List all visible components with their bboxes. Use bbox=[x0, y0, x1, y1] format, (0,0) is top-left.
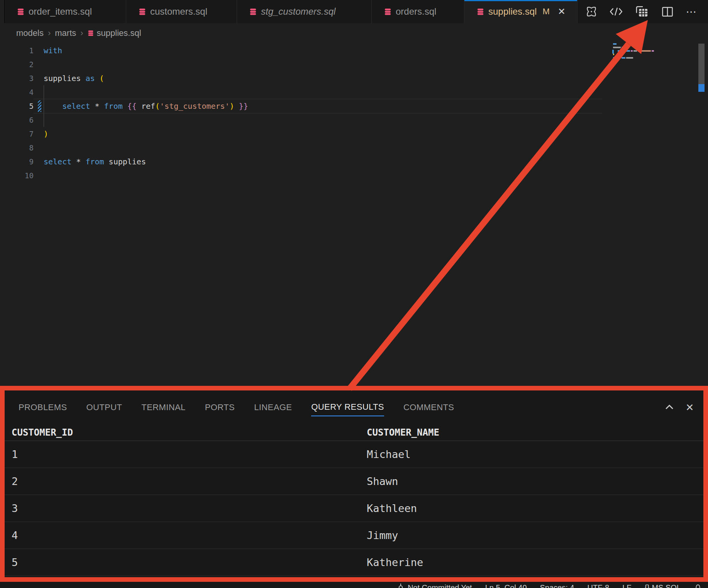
panel-tab-lineage[interactable]: LINEAGE bbox=[254, 399, 292, 416]
column-header-customer-name: CUSTOMER_NAME bbox=[367, 427, 703, 438]
modified-badge: M bbox=[542, 7, 549, 17]
status-item-not-committed-yet[interactable]: Not Committed Yet bbox=[397, 583, 472, 588]
tab-label: orders.sql bbox=[396, 6, 436, 17]
table-row[interactable]: 1Michael bbox=[5, 441, 703, 468]
editor-tab-order-items-sql[interactable]: order_items.sql bbox=[5, 0, 126, 23]
cell: 4 bbox=[12, 529, 367, 541]
code-line-10: 10 bbox=[0, 169, 602, 182]
line-number: 7 bbox=[0, 127, 34, 141]
table-row[interactable]: 2Shawn bbox=[5, 468, 703, 495]
results-table-header: CUSTOMER_IDCUSTOMER_NAME bbox=[5, 424, 703, 441]
code-preview-icon[interactable] bbox=[609, 6, 623, 17]
cell: 5 bbox=[12, 556, 367, 568]
editor-actions-toolbar: ⋯ bbox=[585, 0, 708, 23]
line-number: 4 bbox=[0, 85, 34, 99]
split-editor-icon[interactable] bbox=[661, 6, 674, 18]
database-icon bbox=[17, 8, 24, 15]
minimap[interactable] bbox=[613, 42, 694, 65]
table-row[interactable]: 3Kathleen bbox=[5, 495, 703, 522]
line-number: 8 bbox=[0, 141, 34, 155]
more-actions-icon[interactable]: ⋯ bbox=[686, 5, 697, 18]
panel-tab-problems[interactable]: PROBLEMS bbox=[19, 399, 67, 416]
panel-tab-output[interactable]: OUTPUT bbox=[86, 399, 122, 416]
code-editor[interactable]: 1with23supplies as (45 select * from {{ … bbox=[0, 44, 602, 182]
code-text: supplies as ( bbox=[44, 71, 104, 85]
editor-tab-stg-customers-sql[interactable]: stg_customers.sql bbox=[237, 0, 372, 23]
panel-header-icons: ✕ bbox=[664, 390, 694, 424]
git-commit-icon bbox=[397, 583, 405, 588]
line-number: 3 bbox=[0, 71, 34, 85]
cell: Jimmy bbox=[367, 529, 703, 541]
status-item-spaces-4[interactable]: Spaces: 4 bbox=[540, 583, 574, 588]
code-text: with bbox=[44, 44, 62, 57]
minimap-line bbox=[613, 54, 615, 55]
status-item-utf-8[interactable]: UTF-8 bbox=[587, 583, 609, 588]
code-line-9: 9select * from supplies bbox=[0, 155, 602, 169]
panel-tabs: PROBLEMSOUTPUTTERMINALPORTSLINEAGEQUERY … bbox=[19, 399, 454, 416]
line-number: 6 bbox=[0, 113, 34, 127]
editor-tab-customers-sql[interactable]: customers.sql bbox=[126, 0, 237, 23]
cell: Kathleen bbox=[367, 502, 703, 514]
code-text: select * from {{ ref('stg_customers') }} bbox=[44, 99, 248, 113]
tab-label: customers.sql bbox=[150, 6, 207, 17]
dbt-icon[interactable] bbox=[585, 5, 598, 18]
cell: Shawn bbox=[367, 475, 703, 487]
editor-tab-supplies-sql[interactable]: supplies.sqlM✕ bbox=[464, 0, 578, 23]
tab-label: supplies.sql bbox=[488, 6, 537, 17]
status-item-label: Not Committed Yet bbox=[408, 583, 472, 588]
status-item-bell-icon[interactable] bbox=[694, 583, 702, 588]
line-number: 2 bbox=[0, 57, 34, 71]
breadcrumb-separator: › bbox=[48, 28, 51, 38]
tab-label: stg_customers.sql bbox=[261, 6, 335, 17]
vscode-window: order_items.sqlcustomers.sqlstg_customer… bbox=[0, 0, 708, 588]
collapse-panel-icon[interactable] bbox=[664, 402, 675, 413]
database-icon bbox=[88, 30, 94, 36]
bell-icon bbox=[694, 583, 702, 588]
cell: 2 bbox=[12, 475, 367, 487]
code-line-5: 5 select * from {{ ref('stg_customers') … bbox=[0, 99, 602, 113]
table-row[interactable]: 4Jimmy bbox=[5, 522, 703, 549]
code-line-4: 4 bbox=[0, 85, 602, 99]
breadcrumb-item-models[interactable]: models bbox=[16, 28, 44, 38]
minimap-line bbox=[618, 50, 655, 52]
panel-tab-query-results[interactable]: QUERY RESULTS bbox=[311, 399, 384, 416]
database-icon bbox=[384, 8, 391, 15]
database-icon bbox=[249, 8, 257, 15]
modified-gutter-indicator bbox=[38, 100, 41, 112]
code-text: select * from supplies bbox=[44, 155, 146, 169]
code-line-3: 3supplies as ( bbox=[0, 71, 602, 85]
editor-tab-bar: order_items.sqlcustomers.sqlstg_customer… bbox=[0, 0, 708, 23]
status-item-ms-sql[interactable]: {} MS SQL bbox=[645, 583, 681, 588]
status-item-ln-5-col-40[interactable]: Ln 5, Col 40 bbox=[485, 583, 527, 588]
breadcrumb-item-file[interactable]: supplies.sql bbox=[88, 28, 141, 38]
status-item-label: {} MS SQL bbox=[645, 583, 681, 588]
scrollbar-thumb[interactable] bbox=[698, 44, 705, 84]
line-number: 5 bbox=[0, 99, 34, 113]
panel-tab-bar: PROBLEMSOUTPUTTERMINALPORTSLINEAGEQUERY … bbox=[5, 390, 703, 424]
minimap-line bbox=[613, 43, 617, 45]
query-results-icon[interactable] bbox=[635, 5, 649, 19]
bottom-panel-annotation-frame: PROBLEMSOUTPUTTERMINALPORTSLINEAGEQUERY … bbox=[0, 386, 708, 582]
panel-tab-comments[interactable]: COMMENTS bbox=[403, 399, 454, 416]
panel-tab-terminal[interactable]: TERMINAL bbox=[141, 399, 185, 416]
cell: Katherine bbox=[367, 556, 703, 568]
code-text: ) bbox=[44, 127, 48, 141]
tab-label: order_items.sql bbox=[29, 6, 92, 17]
line-number: 10 bbox=[0, 169, 34, 182]
breadcrumb-item-marts[interactable]: marts bbox=[55, 28, 76, 38]
breadcrumb: models›marts›supplies.sql bbox=[4, 23, 141, 43]
status-bar: Not Committed YetLn 5, Col 40Spaces: 4UT… bbox=[0, 582, 708, 588]
minimap-modified-marker bbox=[612, 50, 614, 54]
database-icon bbox=[139, 8, 146, 15]
editor-tab-orders-sql[interactable]: orders.sql bbox=[372, 0, 464, 23]
close-panel-icon[interactable]: ✕ bbox=[686, 402, 694, 414]
status-item-label: UTF-8 bbox=[587, 583, 609, 588]
cell: 1 bbox=[12, 448, 367, 460]
table-row[interactable]: 5Katherine bbox=[5, 549, 703, 576]
panel-tab-ports[interactable]: PORTS bbox=[205, 399, 235, 416]
breadcrumb-separator: › bbox=[80, 28, 83, 38]
close-tab-icon[interactable]: ✕ bbox=[558, 6, 566, 17]
status-item-lf[interactable]: LF bbox=[622, 583, 631, 588]
line-number: 9 bbox=[0, 155, 34, 169]
column-header-customer-id: CUSTOMER_ID bbox=[12, 427, 367, 438]
